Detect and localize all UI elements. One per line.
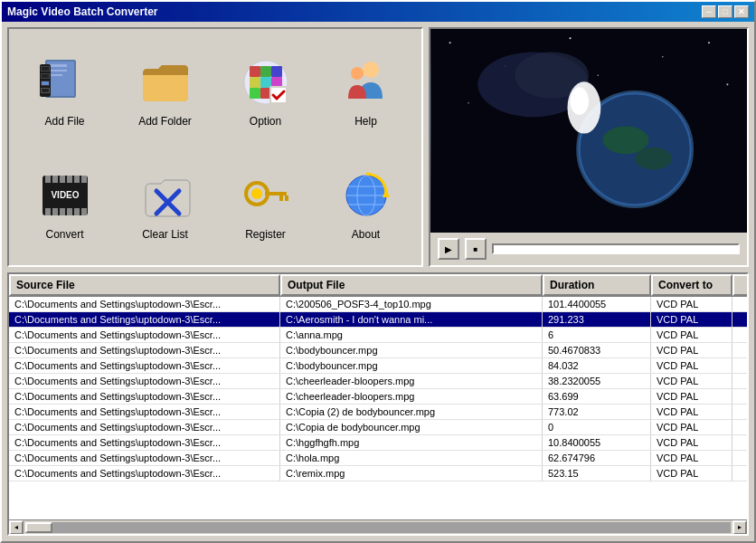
add-folder-label: Add Folder xyxy=(138,115,192,128)
cell-duration: 62.674796 xyxy=(543,451,651,465)
cell-duration: 63.699 xyxy=(543,389,651,404)
svg-rect-21 xyxy=(250,88,260,99)
table-row[interactable]: C:\Documents and Settings\uptodown-3\Esc… xyxy=(9,328,747,343)
minimize-button[interactable]: ─ xyxy=(702,5,716,18)
cell-convert: VCD PAL xyxy=(651,328,732,342)
cell-convert: VCD PAL xyxy=(651,374,732,388)
file-list-section: Source File Output File Duration Convert… xyxy=(7,272,749,536)
add-file-label: Add File xyxy=(44,115,84,128)
svg-point-26 xyxy=(363,62,379,78)
table-row[interactable]: C:\Documents and Settings\uptodown-3\Esc… xyxy=(9,312,747,328)
cell-duration: 6 xyxy=(543,328,651,342)
svg-rect-37 xyxy=(60,208,65,215)
cell-convert: VCD PAL xyxy=(651,312,732,327)
preview-controls: ▶ ■ xyxy=(430,233,747,265)
about-label: About xyxy=(352,228,380,241)
svg-rect-16 xyxy=(260,66,271,77)
cell-convert: VCD PAL xyxy=(651,466,732,481)
svg-rect-13 xyxy=(42,89,49,92)
about-button[interactable]: About xyxy=(319,151,412,257)
svg-point-63 xyxy=(598,75,599,76)
svg-rect-3 xyxy=(49,70,67,71)
add-folder-icon xyxy=(137,53,194,111)
planet-scene xyxy=(430,29,747,233)
table-row[interactable]: C:\Documents and Settings\uptodown-3\Esc… xyxy=(9,343,747,358)
cell-output: C:\Copia de bodybouncer.mpg xyxy=(280,420,543,434)
svg-rect-11 xyxy=(42,74,49,78)
svg-point-56 xyxy=(449,42,451,43)
scroll-thumb[interactable] xyxy=(25,522,52,533)
svg-rect-30 xyxy=(52,176,58,183)
cell-source: C:\Documents and Settings\uptodown-3\Esc… xyxy=(9,435,280,450)
scroll-track[interactable] xyxy=(25,522,731,533)
svg-rect-35 xyxy=(45,208,51,215)
svg-rect-34 xyxy=(81,176,87,183)
close-button[interactable]: ✕ xyxy=(734,5,749,18)
add-file-button[interactable]: Add File xyxy=(18,38,111,144)
cell-output: C:\Aerosmith - I don't wanna mi... xyxy=(280,312,543,327)
convert-button[interactable]: VIDEO Convert xyxy=(18,151,111,257)
cell-duration: 38.2320055 xyxy=(543,374,651,388)
cell-source: C:\Documents and Settings\uptodown-3\Esc… xyxy=(9,451,280,465)
clear-list-button[interactable]: Clear List xyxy=(118,151,212,257)
svg-rect-15 xyxy=(250,66,260,77)
svg-point-27 xyxy=(351,67,364,80)
table-row[interactable]: C:\Documents and Settings\uptodown-3\Esc… xyxy=(9,297,747,312)
cell-output: C:\200506_POSF3-4_top10.mpg xyxy=(280,297,543,311)
cell-duration: 101.4400055 xyxy=(543,297,651,311)
table-row[interactable]: C:\Documents and Settings\uptodown-3\Esc… xyxy=(9,389,747,405)
cell-source: C:\Documents and Settings\uptodown-3\Esc… xyxy=(9,297,280,311)
table-row[interactable]: C:\Documents and Settings\uptodown-3\Esc… xyxy=(9,466,747,481)
cell-source: C:\Documents and Settings\uptodown-3\Esc… xyxy=(9,374,280,388)
svg-point-68 xyxy=(602,126,648,154)
convert-label: Convert xyxy=(45,228,83,241)
table-row[interactable]: C:\Documents and Settings\uptodown-3\Esc… xyxy=(9,451,747,466)
cell-duration: 773.02 xyxy=(543,405,651,419)
clear-list-icon xyxy=(137,167,194,224)
table-row[interactable]: C:\Documents and Settings\uptodown-3\Esc… xyxy=(9,405,747,420)
cell-convert: VCD PAL xyxy=(651,420,732,434)
horizontal-scrollbar[interactable]: ◂ ▸ xyxy=(9,519,747,534)
help-button[interactable]: Help xyxy=(319,38,412,144)
convert-icon: VIDEO xyxy=(36,167,94,224)
add-folder-button[interactable]: Add Folder xyxy=(118,38,212,144)
svg-rect-39 xyxy=(74,208,80,215)
table-row[interactable]: C:\Documents and Settings\uptodown-3\Esc… xyxy=(9,420,747,435)
svg-rect-47 xyxy=(279,195,283,201)
toolbar-panel: Add File Add Folder xyxy=(7,27,423,267)
file-list-header: Source File Output File Duration Convert… xyxy=(9,274,747,297)
file-list-body[interactable]: C:\Documents and Settings\uptodown-3\Esc… xyxy=(9,297,747,519)
cell-source: C:\Documents and Settings\uptodown-3\Esc… xyxy=(9,466,280,481)
svg-rect-19 xyxy=(260,77,271,88)
maximize-button[interactable]: □ xyxy=(718,5,732,18)
svg-rect-10 xyxy=(42,67,49,71)
table-row[interactable]: C:\Documents and Settings\uptodown-3\Esc… xyxy=(9,374,747,389)
table-row[interactable]: C:\Documents and Settings\uptodown-3\Esc… xyxy=(9,358,747,374)
svg-rect-33 xyxy=(74,176,80,183)
col-duration: Duration xyxy=(543,274,651,296)
cell-source: C:\Documents and Settings\uptodown-3\Esc… xyxy=(9,405,280,419)
svg-point-72 xyxy=(571,87,589,115)
svg-rect-17 xyxy=(271,66,282,77)
cell-duration: 84.032 xyxy=(543,358,651,373)
svg-text:VIDEO: VIDEO xyxy=(51,190,79,200)
progress-bar[interactable] xyxy=(492,243,740,254)
stop-button[interactable]: ■ xyxy=(465,238,487,260)
scroll-right-button[interactable]: ▸ xyxy=(732,520,747,535)
svg-rect-12 xyxy=(42,81,49,85)
svg-point-69 xyxy=(635,148,672,170)
cell-duration: 10.8400055 xyxy=(543,435,651,450)
play-button[interactable]: ▶ xyxy=(438,238,459,260)
register-button[interactable]: Register xyxy=(219,151,312,257)
table-row[interactable]: C:\Documents and Settings\uptodown-3\Esc… xyxy=(9,435,747,451)
option-button[interactable]: Option xyxy=(219,38,312,144)
scroll-left-button[interactable]: ◂ xyxy=(9,520,24,535)
svg-rect-2 xyxy=(49,64,67,67)
cell-source: C:\Documents and Settings\uptodown-3\Esc… xyxy=(9,343,280,357)
window-title: Magic Video Batch Converter xyxy=(7,5,158,18)
cell-convert: VCD PAL xyxy=(651,451,732,465)
col-scroll xyxy=(732,274,749,296)
svg-rect-40 xyxy=(81,208,87,215)
window-controls: ─ □ ✕ xyxy=(702,5,749,18)
register-icon xyxy=(237,167,295,224)
